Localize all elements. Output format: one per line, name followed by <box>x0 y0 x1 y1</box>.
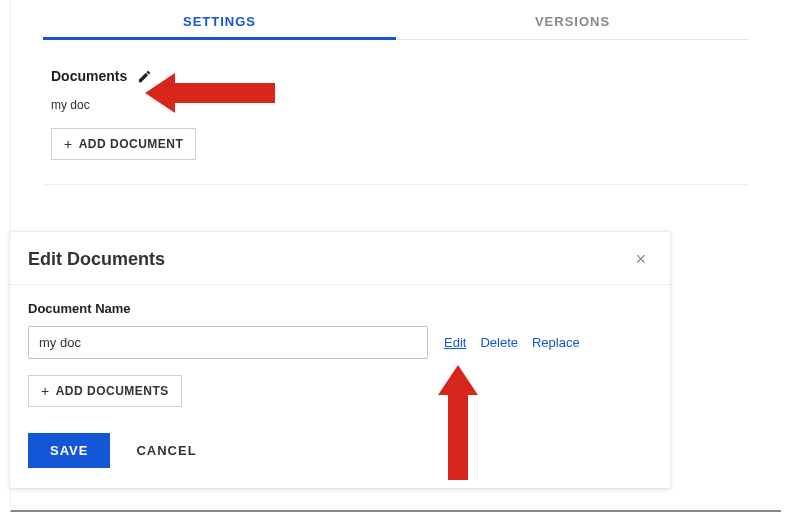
edit-pencil-icon[interactable] <box>137 69 152 84</box>
document-actions: Edit Delete Replace <box>444 335 580 350</box>
plus-icon: + <box>64 137 73 151</box>
tabs-bar: SETTINGS VERSIONS <box>43 0 749 40</box>
tab-settings[interactable]: SETTINGS <box>43 0 396 39</box>
delete-link[interactable]: Delete <box>480 335 518 350</box>
documents-heading: Documents <box>51 68 127 84</box>
add-documents-label: ADD DOCUMENTS <box>56 384 169 398</box>
add-document-label: ADD DOCUMENT <box>79 137 184 151</box>
document-name-input[interactable] <box>28 326 428 359</box>
plus-icon: + <box>41 384 50 398</box>
document-name-label: Document Name <box>28 301 652 316</box>
tab-versions[interactable]: VERSIONS <box>396 0 749 39</box>
active-tab-indicator <box>43 37 396 40</box>
document-list-item: my doc <box>51 98 741 112</box>
documents-section: Documents my doc + ADD DOCUMENT <box>11 40 781 170</box>
add-document-button[interactable]: + ADD DOCUMENT <box>51 128 196 160</box>
close-icon[interactable]: × <box>629 246 652 272</box>
save-button[interactable]: SAVE <box>28 433 110 468</box>
edit-documents-panel: Edit Documents × Document Name Edit Dele… <box>10 232 670 488</box>
section-divider <box>43 184 749 185</box>
panel-title: Edit Documents <box>28 249 165 270</box>
cancel-button[interactable]: CANCEL <box>130 442 202 459</box>
add-documents-button[interactable]: + ADD DOCUMENTS <box>28 375 182 407</box>
replace-link[interactable]: Replace <box>532 335 580 350</box>
edit-link[interactable]: Edit <box>444 335 466 350</box>
